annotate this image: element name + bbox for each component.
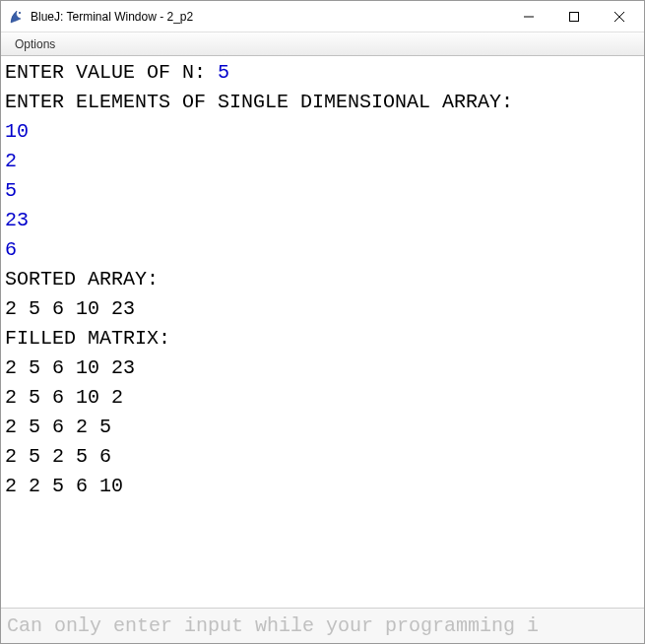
output-line: ENTER VALUE OF N: 5 bbox=[5, 58, 640, 88]
user-input: 2 bbox=[5, 147, 640, 176]
menu-bar: Options bbox=[1, 32, 644, 56]
output-line: 2 5 2 5 6 bbox=[5, 442, 640, 472]
minimize-button[interactable] bbox=[506, 2, 551, 32]
output-line: FILLED MATRIX: bbox=[5, 324, 640, 354]
status-bar: Can only enter input while your programm… bbox=[1, 608, 644, 643]
window-title: BlueJ: Terminal Window - 2_p2 bbox=[31, 10, 506, 24]
user-input: 5 bbox=[5, 176, 640, 206]
output-line: 2 5 6 10 23 bbox=[5, 354, 640, 383]
bluej-icon bbox=[9, 9, 25, 25]
status-message: Can only enter input while your programm… bbox=[7, 614, 539, 637]
output-line: 2 5 6 2 5 bbox=[5, 413, 640, 442]
svg-point-0 bbox=[19, 12, 21, 14]
user-input: 5 bbox=[218, 61, 229, 84]
user-input: 6 bbox=[5, 235, 640, 265]
output-line: ENTER ELEMENTS OF SINGLE DIMENSIONAL ARR… bbox=[5, 88, 640, 117]
user-input: 23 bbox=[5, 206, 640, 235]
menu-options[interactable]: Options bbox=[5, 34, 65, 54]
maximize-button[interactable] bbox=[551, 2, 597, 32]
output-line: 2 2 5 6 10 bbox=[5, 472, 640, 501]
close-button[interactable] bbox=[597, 2, 642, 32]
output-line: SORTED ARRAY: bbox=[5, 265, 640, 294]
prompt-text: ENTER VALUE OF N: bbox=[5, 61, 218, 84]
svg-rect-2 bbox=[570, 12, 579, 21]
output-line: 2 5 6 10 23 bbox=[5, 294, 640, 324]
user-input: 10 bbox=[5, 117, 640, 147]
terminal-output[interactable]: ENTER VALUE OF N: 5 ENTER ELEMENTS OF SI… bbox=[1, 56, 644, 608]
output-line: 2 5 6 10 2 bbox=[5, 383, 640, 413]
title-bar: BlueJ: Terminal Window - 2_p2 bbox=[1, 1, 644, 32]
window-controls bbox=[506, 2, 642, 32]
